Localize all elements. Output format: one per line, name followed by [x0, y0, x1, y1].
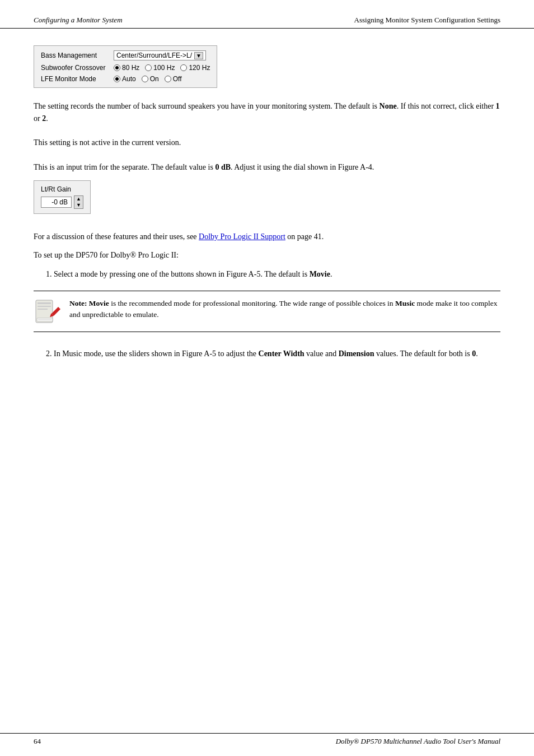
step1-text2: . — [330, 270, 332, 278]
subwoofer-crossover-label: Subwoofer Crossover — [41, 64, 114, 72]
page-footer: 64 Dolby® DP570 Multichannel Audio Tool … — [0, 733, 534, 756]
header-left: Configuring a Monitor System — [34, 16, 123, 25]
step-1: Select a mode by pressing one of the but… — [54, 268, 500, 281]
crossover-80hz-label: 80 Hz — [122, 64, 139, 72]
gain-input-row: -0 dB ▲ ▼ — [41, 195, 83, 209]
crossover-120hz-label: 120 Hz — [189, 64, 210, 72]
step2-text3: values. The default for both is — [374, 349, 472, 358]
header-right: Assigning Monitor System Configuration S… — [354, 16, 500, 25]
lfe-off-label: Off — [173, 75, 182, 83]
paragraph-4: For a discussion of these features and t… — [34, 231, 500, 243]
note-bold: Note: — [69, 299, 87, 307]
crossover-100hz-label: 100 Hz — [153, 64, 175, 72]
crossover-100hz[interactable]: 100 Hz — [145, 64, 175, 72]
page-content: Bass Management Center/Surround/LFE->L/ … — [0, 29, 534, 404]
setup-steps-2: In Music mode, use the sliders shown in … — [54, 348, 500, 360]
lfe-monitor-mode-row: LFE Monitor Mode Auto On Off — [41, 75, 210, 83]
para1-text1: The setting records the number of back s… — [34, 102, 380, 110]
note-bold2: Movie is the recommended mode for profes… — [69, 299, 498, 319]
para1-text2: . If this not correct, click either — [397, 102, 496, 110]
subwoofer-crossover-options: 80 Hz 100 Hz 120 Hz — [114, 64, 210, 72]
lfe-on[interactable]: On — [142, 75, 159, 83]
lfe-auto[interactable]: Auto — [114, 75, 136, 83]
gain-box: Lt/Rt Gain -0 dB ▲ ▼ — [34, 180, 91, 214]
para4-text2: on page 41. — [285, 232, 324, 241]
subwoofer-crossover-row: Subwoofer Crossover 80 Hz 100 Hz 120 Hz — [41, 64, 210, 72]
lfe-monitor-mode-label: LFE Monitor Mode — [41, 75, 114, 83]
svg-rect-3 — [38, 309, 48, 310]
para3-text1: This is an input trim for the separate — [34, 163, 147, 171]
dolby-pro-logic-link[interactable]: Dolby Pro Logic II Support — [199, 232, 285, 241]
gain-spinner[interactable]: ▲ ▼ — [74, 195, 83, 209]
para4-text1: For a discussion of these features and t… — [34, 232, 199, 241]
crossover-120hz[interactable]: 120 Hz — [180, 64, 210, 72]
lfe-on-label: On — [150, 75, 159, 83]
note-box: Note: Movie is the recommended mode for … — [34, 291, 500, 332]
para5-text: To set up the DP570 for Dolby® Pro Logic… — [34, 251, 179, 259]
bass-management-dropdown[interactable]: Center/Surround/LFE->L/ ▼ — [114, 50, 206, 60]
para3-text3: . Adjust it using the dial shown in Figu… — [231, 163, 374, 171]
gain-increment-button[interactable]: ▲ — [74, 196, 83, 202]
para3-bold1: 0 dB — [215, 163, 231, 171]
radio-circle-on[interactable] — [142, 76, 148, 82]
note-icon — [34, 298, 60, 325]
radio-circle-100hz[interactable] — [145, 64, 152, 71]
step2-text1: In Music mode, use the sliders shown in … — [54, 349, 259, 358]
step2-bold1: Center Width — [259, 349, 305, 358]
note-content: Note: Movie is the recommended mode for … — [69, 298, 500, 321]
dropdown-arrow-icon[interactable]: ▼ — [194, 52, 203, 59]
bass-management-label: Bass Management — [41, 52, 114, 59]
paragraph-2: This setting is not active in the curren… — [34, 137, 500, 149]
gain-value[interactable]: -0 dB — [41, 197, 72, 208]
radio-circle-80hz[interactable] — [114, 64, 120, 71]
step2-bold2: Dimension — [339, 349, 374, 358]
para1-bold2: 1 — [496, 102, 500, 110]
paragraph-5: To set up the DP570 for Dolby® Pro Logic… — [34, 249, 500, 262]
crossover-80hz[interactable]: 80 Hz — [114, 64, 139, 72]
dropdown-value: Center/Surround/LFE->L/ — [116, 52, 192, 59]
page: Configuring a Monitor System Assigning M… — [0, 0, 534, 756]
paragraph-3: This is an input trim for the separate. … — [34, 161, 500, 174]
paragraph-1: The setting records the number of back s… — [34, 100, 500, 124]
para3-text2: . The default value is — [147, 163, 215, 171]
footer-title: Dolby® DP570 Multichannel Audio Tool Use… — [336, 737, 500, 746]
step-2: In Music mode, use the sliders shown in … — [54, 348, 500, 360]
svg-rect-1 — [38, 302, 51, 304]
para1-bold1: None — [380, 102, 397, 110]
para1-text3: or — [34, 114, 42, 123]
gain-label: Lt/Rt Gain — [41, 185, 83, 193]
gain-decrement-button[interactable]: ▼ — [74, 202, 83, 208]
settings-box: Bass Management Center/Surround/LFE->L/ … — [34, 45, 217, 88]
page-number: 64 — [34, 737, 41, 746]
svg-rect-2 — [38, 306, 51, 307]
lfe-monitor-mode-options: Auto On Off — [114, 75, 182, 83]
radio-circle-off[interactable] — [165, 76, 171, 82]
radio-circle-auto[interactable] — [114, 76, 120, 82]
setup-steps: Select a mode by pressing one of the but… — [54, 268, 500, 281]
step2-text4: . — [476, 349, 478, 358]
step1-bold: Movie — [310, 270, 330, 278]
svg-rect-8 — [38, 319, 51, 320]
page-header: Configuring a Monitor System Assigning M… — [0, 0, 534, 29]
step2-text2: value and — [305, 349, 339, 358]
para2-text: This setting is not active in the curren… — [34, 138, 181, 147]
radio-circle-120hz[interactable] — [180, 64, 187, 71]
bass-management-row: Bass Management Center/Surround/LFE->L/ … — [41, 50, 210, 60]
lfe-auto-label: Auto — [122, 75, 136, 83]
step1-text1: Select a mode by pressing one of the but… — [54, 270, 310, 278]
lfe-off[interactable]: Off — [165, 75, 182, 83]
para1-text4: . — [46, 114, 48, 123]
